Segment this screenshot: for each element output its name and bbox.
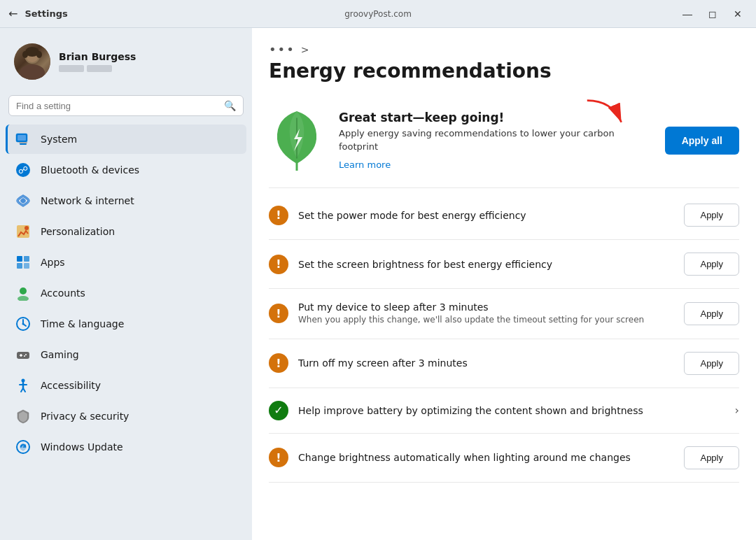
sidebar-item-personalization[interactable]: Personalization <box>6 217 246 246</box>
svg-point-19 <box>18 296 29 301</box>
site-label: groovyPost.com <box>344 9 412 19</box>
sidebar-item-accounts[interactable]: Accounts <box>6 278 246 308</box>
rec-item-power-mode: !Set the power mode for best energy effi… <box>269 191 739 240</box>
sidebar-item-apps[interactable]: Apps <box>6 248 246 277</box>
svg-point-23 <box>22 323 24 325</box>
sidebar: Brian Burgess 🔍 System <box>0 28 252 540</box>
svg-point-1 <box>20 64 45 80</box>
breadcrumb-arrow: > <box>301 44 309 55</box>
rec-title-screen-off: Turn off my screen after 3 minutes <box>298 357 674 369</box>
rec-content-screen-off: Turn off my screen after 3 minutes <box>298 357 674 369</box>
rec-icon-auto-brightness: ! <box>269 448 288 467</box>
svg-rect-16 <box>17 263 22 269</box>
rec-content-battery-optimize: Help improve battery by optimizing the c… <box>298 405 725 416</box>
accessibility-icon <box>15 378 31 393</box>
rec-title-screen-brightness: Set the screen brightness for best energ… <box>298 259 674 270</box>
minimize-button[interactable]: — <box>678 4 697 24</box>
sidebar-label-apps: Apps <box>41 257 65 268</box>
sidebar-label-accounts: Accounts <box>41 287 85 299</box>
windows-update-icon <box>15 439 31 455</box>
sidebar-item-accessibility[interactable]: Accessibility <box>6 371 246 400</box>
search-input[interactable] <box>16 101 218 111</box>
app-body: Brian Burgess 🔍 System <box>0 28 756 540</box>
user-profile[interactable]: Brian Burgess <box>6 36 246 91</box>
breadcrumb: ••• > <box>269 42 739 57</box>
sidebar-item-gaming[interactable]: Gaming <box>6 340 246 369</box>
title-bar: ← Settings groovyPost.com — ◻ ✕ <box>0 0 756 28</box>
svg-rect-24 <box>17 352 29 359</box>
rec-icon-screen-off: ! <box>269 353 288 373</box>
sidebar-item-bluetooth[interactable]: ☍ Bluetooth & devices <box>6 155 246 185</box>
rec-item-auto-brightness: !Change brightness automatically when li… <box>269 434 739 483</box>
svg-point-13 <box>24 226 29 230</box>
sidebar-label-windows-update: Windows Update <box>41 441 123 453</box>
sidebar-item-system[interactable]: System <box>6 125 246 154</box>
sidebar-item-network[interactable]: Network & internet <box>6 186 246 215</box>
banner-title: Great start—keep going! <box>339 111 651 125</box>
apply-button-screen-off[interactable]: Apply <box>684 352 739 375</box>
rec-content-power-mode: Set the power mode for best energy effic… <box>298 210 674 221</box>
privacy-icon <box>15 408 31 424</box>
rec-title-sleep-timer: Put my device to sleep after 3 minutes <box>298 301 674 313</box>
accounts-icon <box>15 285 31 301</box>
rec-item-screen-brightness: !Set the screen brightness for best ener… <box>269 240 739 289</box>
content-area: ••• > Energy recommendations <box>252 28 756 540</box>
rec-content-auto-brightness: Change brightness automatically when lig… <box>298 452 674 463</box>
apply-button-sleep-timer[interactable]: Apply <box>684 302 739 325</box>
sidebar-label-personalization: Personalization <box>41 226 115 237</box>
rec-title-battery-optimize: Help improve battery by optimizing the c… <box>298 405 725 416</box>
sidebar-item-privacy[interactable]: Privacy & security <box>6 402 246 431</box>
svg-point-4 <box>22 51 28 58</box>
rec-title-auto-brightness: Change brightness automatically when lig… <box>298 452 674 463</box>
time-icon <box>15 316 31 332</box>
svg-line-33 <box>23 388 25 392</box>
rec-action-screen-off: Apply <box>684 352 739 375</box>
close-button[interactable]: ✕ <box>728 4 748 24</box>
rec-action-power-mode: Apply <box>684 204 739 227</box>
rec-action-auto-brightness: Apply <box>684 446 739 469</box>
rec-action-battery-optimize: › <box>735 404 739 417</box>
svg-rect-15 <box>24 256 29 262</box>
sidebar-label-system: System <box>41 134 77 145</box>
svg-point-5 <box>36 51 42 58</box>
apply-all-button[interactable]: Apply all <box>665 127 739 155</box>
bluetooth-icon: ☍ <box>15 162 31 178</box>
search-box[interactable]: 🔍 <box>8 95 244 116</box>
svg-rect-9 <box>19 142 27 143</box>
rec-icon-power-mode: ! <box>269 206 288 225</box>
sidebar-label-bluetooth: Bluetooth & devices <box>41 164 139 176</box>
apply-button-auto-brightness[interactable]: Apply <box>684 446 739 469</box>
svg-rect-17 <box>24 263 29 269</box>
avatar <box>14 43 50 80</box>
leaf-icon <box>269 108 325 173</box>
recommendations-list: !Set the power mode for best energy effi… <box>269 191 739 483</box>
chevron-icon-battery-optimize[interactable]: › <box>735 404 739 417</box>
learn-more-link[interactable]: Learn more <box>339 159 391 170</box>
svg-point-18 <box>20 287 27 294</box>
rec-icon-battery-optimize: ✓ <box>269 401 288 420</box>
sidebar-label-time: Time & language <box>41 318 124 329</box>
system-icon <box>15 132 31 147</box>
search-icon: 🔍 <box>224 100 236 111</box>
apply-button-screen-brightness[interactable]: Apply <box>684 253 739 276</box>
user-bars <box>59 65 136 72</box>
window-controls: — ◻ ✕ <box>678 4 748 24</box>
energy-banner: Great start—keep going! Apply energy sav… <box>269 97 739 188</box>
svg-rect-8 <box>20 143 27 145</box>
user-name: Brian Burgess <box>59 51 136 62</box>
rec-icon-screen-brightness: ! <box>269 255 288 274</box>
gaming-icon <box>15 347 31 362</box>
app-title: Settings <box>24 8 67 19</box>
maximize-button[interactable]: ◻ <box>703 4 722 24</box>
back-button[interactable]: ← <box>8 7 18 20</box>
apply-button-power-mode[interactable]: Apply <box>684 204 739 227</box>
network-icon <box>15 193 31 208</box>
rec-item-sleep-timer: !Put my device to sleep after 3 minutesW… <box>269 289 739 339</box>
rec-item-screen-off: !Turn off my screen after 3 minutesApply <box>269 339 739 388</box>
rec-content-sleep-timer: Put my device to sleep after 3 minutesWh… <box>298 301 674 326</box>
sidebar-item-windows-update[interactable]: Windows Update <box>6 432 246 462</box>
svg-rect-14 <box>17 256 22 262</box>
rec-title-power-mode: Set the power mode for best energy effic… <box>298 210 674 221</box>
rec-content-screen-brightness: Set the screen brightness for best energ… <box>298 259 674 270</box>
sidebar-item-time[interactable]: Time & language <box>6 309 246 339</box>
